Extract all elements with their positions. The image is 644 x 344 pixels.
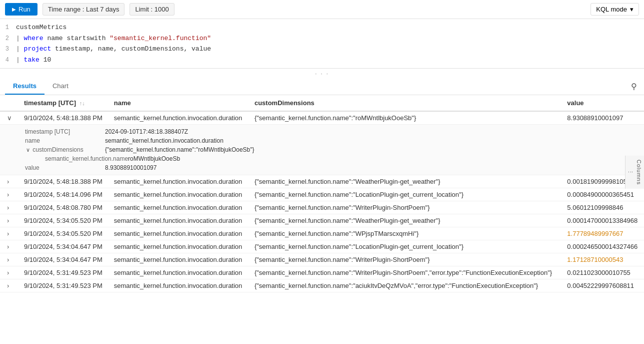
collapse-customdimensions-button[interactable]: ∨ bbox=[25, 147, 31, 153]
cell-customdimensions: {"semantic_kernel.function.name":"aciukI… bbox=[250, 279, 562, 292]
cell-value: 0.0211023000010755 bbox=[562, 266, 644, 279]
cell-customdimensions: {"semantic_kernel.function.name":"Writer… bbox=[250, 253, 562, 266]
value-link[interactable]: 1.77789489997667 bbox=[567, 230, 623, 237]
cell-name: semantic_kernel.function.invocation.dura… bbox=[109, 266, 250, 279]
editor-line: 3| project timestamp, name, customDimens… bbox=[0, 44, 644, 55]
cell-name: semantic_kernel.function.invocation.dura… bbox=[109, 201, 250, 214]
cell-timestamp: 9/10/2024, 5:34:05.520 PM bbox=[19, 214, 109, 227]
expand-cell: › bbox=[0, 175, 19, 188]
expand-cell: › bbox=[0, 227, 19, 240]
line-number: 2 bbox=[0, 34, 14, 43]
query-editor[interactable]: 1customMetrics2| where name startswith "… bbox=[0, 19, 644, 69]
table-row: ›9/10/2024, 5:34:04.647 PMsemantic_kerne… bbox=[0, 240, 644, 253]
expand-cell: › bbox=[0, 253, 19, 266]
search-button[interactable]: ⚲ bbox=[629, 80, 639, 93]
table-header-row: timestamp [UTC] ↑↓ name customDimensions… bbox=[0, 95, 644, 111]
cell-customdimensions: {"semantic_kernel.function.name":"Weathe… bbox=[250, 175, 562, 188]
table-row: ›9/10/2024, 5:48:08.780 PMsemantic_kerne… bbox=[0, 201, 644, 214]
cell-customdimensions: {"semantic_kernel.function.name":"Locati… bbox=[250, 240, 562, 253]
expand-row-button[interactable]: › bbox=[5, 269, 11, 276]
table-row: ›9/10/2024, 5:48:18.388 PMsemantic_kerne… bbox=[0, 175, 644, 188]
table-row: ∨9/10/2024, 5:48:18.388 PMsemantic_kerne… bbox=[0, 111, 644, 125]
results-table: timestamp [UTC] ↑↓ name customDimensions… bbox=[0, 95, 644, 292]
cell-timestamp: 9/10/2024, 5:31:49.523 PM bbox=[19, 279, 109, 292]
line-number: 3 bbox=[0, 45, 14, 54]
cell-value: 0.00084900000365451 bbox=[562, 188, 644, 201]
line-content: | where name startswith "semantic_kernel… bbox=[14, 34, 644, 44]
line-content: | project timestamp, name, customDimensi… bbox=[14, 44, 644, 54]
cell-customdimensions: {"semantic_kernel.function.name":"WPjspT… bbox=[250, 227, 562, 240]
cell-name: semantic_kernel.function.invocation.dura… bbox=[109, 214, 250, 227]
columns-label: Columns bbox=[636, 159, 642, 184]
col-value[interactable]: value bbox=[562, 95, 644, 111]
kql-mode-button[interactable]: KQL mode ▾ bbox=[590, 3, 639, 16]
cell-value: 1.77789489997667 bbox=[562, 227, 644, 240]
value-link[interactable]: 1.17128710000543 bbox=[567, 256, 623, 263]
sub-row-timestamp: timestamp [UTC]2024-09-10T17:48:18.38840… bbox=[5, 127, 639, 136]
cell-customdimensions: {"semantic_kernel.function.name":"Weathe… bbox=[250, 214, 562, 227]
expand-row-button[interactable]: › bbox=[5, 230, 11, 237]
col-customdimensions[interactable]: customDimensions bbox=[250, 95, 562, 111]
col-expand bbox=[0, 95, 19, 111]
table-row: ›9/10/2024, 5:31:49.523 PMsemantic_kerne… bbox=[0, 266, 644, 279]
line-content: | take 10 bbox=[14, 55, 644, 65]
time-range-label[interactable]: Time range : Last 7 days bbox=[42, 3, 125, 16]
tab-chart[interactable]: Chart bbox=[44, 78, 76, 95]
limit-label[interactable]: Limit : 1000 bbox=[130, 3, 174, 16]
table-row: ›9/10/2024, 5:34:05.520 PMsemantic_kerne… bbox=[0, 214, 644, 227]
editor-line: 1customMetrics bbox=[0, 22, 644, 33]
collapse-row-button[interactable]: ∨ bbox=[5, 114, 14, 122]
editor-ellipsis: · · · bbox=[0, 69, 644, 78]
expand-row-button[interactable]: › bbox=[5, 217, 11, 224]
cell-timestamp: 9/10/2024, 5:48:14.096 PM bbox=[19, 188, 109, 201]
expand-cell: › bbox=[0, 214, 19, 227]
cell-timestamp: 9/10/2024, 5:34:04.647 PM bbox=[19, 240, 109, 253]
cell-name: semantic_kernel.function.invocation.dura… bbox=[109, 175, 250, 188]
run-button[interactable]: ▶ Run bbox=[5, 3, 38, 16]
expand-row-button[interactable]: › bbox=[5, 204, 11, 211]
columns-icon: ⋮ bbox=[628, 169, 634, 175]
expand-cell: › bbox=[0, 188, 19, 201]
expand-row-button[interactable]: › bbox=[5, 178, 11, 185]
results-table-container: timestamp [UTC] ↑↓ name customDimensions… bbox=[0, 95, 644, 339]
run-label: Run bbox=[18, 6, 30, 13]
tab-results[interactable]: Results bbox=[5, 78, 44, 95]
col-name[interactable]: name bbox=[109, 95, 250, 111]
cell-name: semantic_kernel.function.invocation.dura… bbox=[109, 253, 250, 266]
sub-row-cd-key: semantic_kernel.function.nameroMWntlbjuk… bbox=[5, 154, 639, 163]
cell-value: 0.00452229997608811 bbox=[562, 279, 644, 292]
expand-row-button[interactable]: › bbox=[5, 256, 11, 263]
cell-timestamp: 9/10/2024, 5:48:18.388 PM bbox=[19, 111, 109, 125]
expanded-cell: timestamp [UTC]2024-09-10T17:48:18.38840… bbox=[0, 125, 644, 175]
cell-customdimensions: {"semantic_kernel.function.name":"Writer… bbox=[250, 201, 562, 214]
col-timestamp[interactable]: timestamp [UTC] ↑↓ bbox=[19, 95, 109, 111]
line-number: 1 bbox=[0, 23, 14, 32]
cell-timestamp: 9/10/2024, 5:34:04.647 PM bbox=[19, 253, 109, 266]
columns-panel[interactable]: ⋮ Columns bbox=[625, 155, 644, 188]
table-row: ›9/10/2024, 5:48:14.096 PMsemantic_kerne… bbox=[0, 188, 644, 201]
cell-value: 8.93088910001097 bbox=[562, 111, 644, 125]
kql-mode-label: KQL mode bbox=[596, 6, 627, 13]
cell-timestamp: 9/10/2024, 5:48:18.388 PM bbox=[19, 175, 109, 188]
play-icon: ▶ bbox=[12, 7, 16, 12]
editor-line: 4| take 10 bbox=[0, 55, 644, 66]
expand-cell: › bbox=[0, 266, 19, 279]
cell-name: semantic_kernel.function.invocation.dura… bbox=[109, 279, 250, 292]
sub-row-name: namesemantic_kernel.function.invocation.… bbox=[5, 136, 639, 145]
chevron-down-icon: ▾ bbox=[630, 6, 634, 13]
cell-value: 0.000147000013384968 bbox=[562, 214, 644, 227]
line-content: customMetrics bbox=[14, 23, 644, 33]
cell-name: semantic_kernel.function.invocation.dura… bbox=[109, 188, 250, 201]
cell-timestamp: 9/10/2024, 5:48:08.780 PM bbox=[19, 201, 109, 214]
tabs-bar: Results Chart ⚲ bbox=[0, 78, 644, 95]
cell-value: 1.17128710000543 bbox=[562, 253, 644, 266]
expand-row-button[interactable]: › bbox=[5, 282, 11, 289]
cell-name: semantic_kernel.function.invocation.dura… bbox=[109, 227, 250, 240]
table-row: ›9/10/2024, 5:34:04.647 PMsemantic_kerne… bbox=[0, 253, 644, 266]
cell-timestamp: 9/10/2024, 5:31:49.523 PM bbox=[19, 266, 109, 279]
table-row: ›9/10/2024, 5:34:05.520 PMsemantic_kerne… bbox=[0, 227, 644, 240]
expand-row-button[interactable]: › bbox=[5, 191, 11, 198]
cell-value: 5.06012109998846 bbox=[562, 201, 644, 214]
sub-row-value: value8.93088910001097 bbox=[5, 163, 639, 172]
expand-row-button[interactable]: › bbox=[5, 243, 11, 250]
